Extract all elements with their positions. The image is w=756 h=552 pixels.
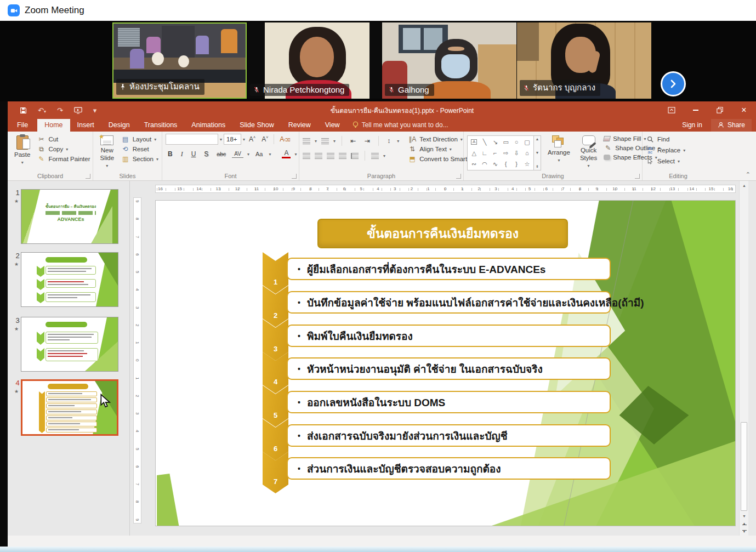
v-ruler[interactable]: 9876543210123456789 <box>133 197 141 523</box>
tab-review[interactable]: Review <box>281 119 318 132</box>
previous-slide-button[interactable]: ▲ <box>740 520 749 527</box>
shape-option-14[interactable]: ∿ <box>493 161 498 167</box>
redo-button[interactable]: ↷ <box>57 106 63 115</box>
text-shadow-button[interactable]: S <box>202 150 211 158</box>
tell-me-box[interactable]: Tell me what you want to do... <box>347 119 454 132</box>
shape-option-9[interactable]: ⇨ <box>503 150 508 156</box>
shape-option-6[interactable]: △ <box>471 150 476 156</box>
minimize-button[interactable] <box>684 101 708 119</box>
shape-option-13[interactable]: ◠ <box>482 161 487 167</box>
shape-option-4[interactable]: ○ <box>515 139 519 145</box>
step-row-1[interactable]: 1 ผู้ยืมเลือกเอกสารที่ต้องการคืนในระบบ E… <box>263 258 611 280</box>
scroll-down-button[interactable]: ▼ <box>740 512 749 520</box>
new-slide-button[interactable]: ★ New Slide ▾ <box>96 134 118 170</box>
tab-transitions[interactable]: Transitions <box>137 119 185 132</box>
video-tile-meeting-room[interactable]: ห้องประชุมโมคลาน <box>112 22 247 99</box>
line-spacing-button[interactable]: ↕ <box>385 136 393 145</box>
font-color-button[interactable]: A <box>282 150 291 158</box>
shape-option-3[interactable]: ▭ <box>503 139 508 145</box>
reset-button[interactable]: ⟲Reset <box>121 145 158 153</box>
shapes-gallery-scrollbar[interactable]: ▲▼⇟ <box>534 135 541 170</box>
drawing-dialog-launcher[interactable] <box>635 174 640 179</box>
start-presentation-button[interactable] <box>74 107 82 114</box>
scrollbar-thumb[interactable] <box>741 422 747 511</box>
underline-button[interactable]: U <box>189 150 198 158</box>
font-dialog-launcher[interactable] <box>292 174 297 179</box>
decrease-indent-button[interactable]: ⇤ <box>348 136 358 145</box>
tab-animations[interactable]: Animations <box>184 119 232 132</box>
align-center-button[interactable] <box>315 153 322 159</box>
cut-button[interactable]: ✂Cut <box>37 135 90 143</box>
next-slide-button[interactable]: ▼ <box>740 528 749 535</box>
qat-customize-button[interactable]: ▾ <box>93 106 97 115</box>
strikethrough-button[interactable]: abc <box>214 150 228 158</box>
decrease-font-button[interactable]: A˅ <box>259 135 270 144</box>
paragraph-dialog-launcher[interactable] <box>456 174 461 179</box>
slide-thumbnail-panel[interactable]: 1 ★ ขั้นตอนการยืม – คืนเงินทดรอง ADVANCE… <box>8 181 130 536</box>
ribbon-display-options-button[interactable] <box>660 101 684 119</box>
copy-button[interactable]: ⧉Copy ▾ <box>37 145 90 153</box>
arrange-button[interactable]: Arrange▾ <box>544 134 573 170</box>
italic-button[interactable]: I <box>179 150 185 159</box>
section-button[interactable]: ▥Section ▾ <box>121 155 158 163</box>
change-case-button[interactable]: Aa <box>253 150 265 158</box>
video-tile-rattanakorn[interactable]: รัตนากร บุญกลาง <box>517 22 651 99</box>
h-ruler[interactable]: 1615141312111098765432101234567891011121… <box>155 185 736 193</box>
step-row-3[interactable]: 3 พิมพ์ใบคืนเงินยืมทดรอง <box>263 325 611 347</box>
numbering-button[interactable] <box>321 138 329 144</box>
align-right-button[interactable] <box>327 153 334 159</box>
bullets-button[interactable] <box>303 138 310 144</box>
shape-option-8[interactable]: ⌐ <box>493 150 497 156</box>
tab-view[interactable]: View <box>318 119 347 132</box>
quick-styles-button[interactable]: Quick Styles▾ <box>577 134 600 170</box>
select-button[interactable]: Select ▾ <box>646 157 685 165</box>
scroll-up-button[interactable]: ▲ <box>740 181 749 190</box>
justify-button[interactable] <box>339 153 346 159</box>
font-size-combobox[interactable]: 18+ <box>224 134 241 145</box>
shape-option-16[interactable]: } <box>515 161 518 167</box>
slide-thumbnail-2[interactable] <box>21 252 118 307</box>
vertical-scrollbar[interactable]: ▲ ▼ ▲ ▼ <box>739 181 748 536</box>
slide-thumbnail-3[interactable] <box>21 317 118 372</box>
tab-design[interactable]: Design <box>101 119 137 132</box>
add-remove-columns-button[interactable] <box>371 153 379 159</box>
tab-slideshow[interactable]: Slide Show <box>232 119 281 132</box>
tab-file[interactable]: File <box>8 119 37 132</box>
tab-home[interactable]: Home <box>37 119 70 132</box>
find-button[interactable]: Find <box>646 135 685 143</box>
shape-option-10[interactable]: ⇩ <box>514 150 519 156</box>
step-row-4[interactable]: 4 หัวหน้าหน่วยงานอนุมัติ ค่าใช้จ่าย ในเอ… <box>263 357 611 380</box>
clear-formatting-button[interactable]: A⌫ <box>277 135 292 144</box>
next-page-button[interactable] <box>661 71 686 96</box>
share-button[interactable]: Share <box>711 119 752 132</box>
font-name-combobox[interactable] <box>166 134 218 145</box>
restore-button[interactable] <box>708 101 732 119</box>
slide-thumbnail-1[interactable]: ขั้นตอนการยืม – คืนเงินทดรอง ADVANCEs <box>21 189 118 244</box>
shape-option-2[interactable]: ↘ <box>493 139 498 145</box>
undo-button[interactable]: ↶▾ <box>38 106 46 115</box>
character-spacing-button[interactable]: AV <box>232 150 243 158</box>
shape-option-0[interactable]: A <box>471 139 477 145</box>
increase-indent-button[interactable]: ⇥ <box>362 136 372 145</box>
step-row-5[interactable]: 5 ออกเลขหนังสือในระบบ DOMS <box>263 391 611 413</box>
slide-title[interactable]: ขั้นตอนการคืนเงินยืมทดรอง <box>317 219 568 248</box>
shape-option-7[interactable]: ∟ <box>482 150 488 156</box>
paste-button[interactable]: Paste▾ <box>11 134 33 170</box>
step-row-2[interactable]: 2 บันทึกข้อมูลค่าใช้จ่าย พร้อมแนบไฟล์เอก… <box>263 291 611 314</box>
slide-canvas[interactable]: ขั้นตอนการคืนเงินยืมทดรอง 1 ผู้ยืมเลือกเ… <box>155 200 736 526</box>
shape-option-1[interactable]: ╲ <box>483 139 487 145</box>
shape-option-17[interactable]: ☆ <box>524 161 530 167</box>
save-button[interactable] <box>20 107 27 114</box>
tab-insert[interactable]: Insert <box>70 119 101 132</box>
sign-in-button[interactable]: Sign in <box>675 119 709 132</box>
collapse-ribbon-button[interactable]: ⌃ <box>746 171 751 178</box>
step-row-6[interactable]: 6 ส่งเอกสารฉบับจริงมายังส่วนการเงินและบั… <box>263 424 611 447</box>
shape-option-5[interactable]: ▢ <box>524 139 530 145</box>
layout-button[interactable]: ▤Layout ▾ <box>121 135 158 143</box>
shape-option-12[interactable]: ∾ <box>471 161 476 167</box>
replace-button[interactable]: abacReplace ▾ <box>646 146 685 154</box>
step-row-7[interactable]: 7 ส่วนการเงินและบัญชีตรวจสอบความถูกต้อง <box>263 457 611 480</box>
columns-button[interactable] <box>351 153 359 159</box>
increase-font-button[interactable]: A˄ <box>247 135 258 144</box>
video-tile-nirada[interactable]: Nirada Petchkongtong <box>247 22 382 99</box>
